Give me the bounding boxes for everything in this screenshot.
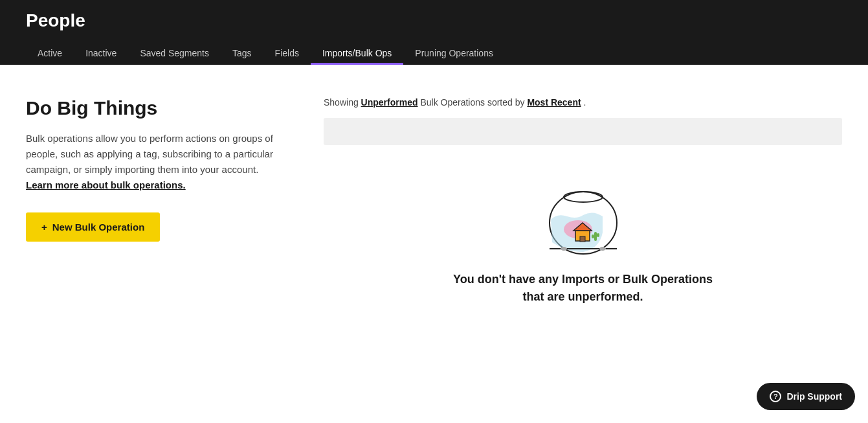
svg-rect-8 xyxy=(597,233,599,237)
nav-tabs: Active Inactive Saved Segments Tags Fiel… xyxy=(26,41,842,65)
showing-text: Showing Unperformed Bulk Operations sort… xyxy=(324,97,842,108)
new-bulk-operation-label: New Bulk Operation xyxy=(52,222,145,233)
header: People Active Inactive Saved Segments Ta… xyxy=(0,0,868,65)
tab-pruning-operations[interactable]: Pruning Operations xyxy=(403,41,505,65)
svg-point-10 xyxy=(561,247,567,251)
showing-sort[interactable]: Most Recent xyxy=(527,97,581,108)
empty-state: You don't have any Imports or Bulk Opera… xyxy=(324,171,842,306)
svg-rect-7 xyxy=(592,234,594,238)
tab-active[interactable]: Active xyxy=(26,41,74,65)
empty-state-line2: that are unperformed. xyxy=(453,288,713,306)
main-content: Do Big Things Bulk operations allow you … xyxy=(0,65,868,423)
tab-saved-segments[interactable]: Saved Segments xyxy=(128,41,221,65)
left-panel-description: Bulk operations allow you to perform act… xyxy=(26,131,285,193)
tab-inactive[interactable]: Inactive xyxy=(74,41,128,65)
showing-prefix: Showing xyxy=(324,97,359,108)
showing-suffix: . xyxy=(584,97,586,108)
showing-mid: Bulk Operations sorted by xyxy=(420,97,524,108)
right-panel: Showing Unperformed Bulk Operations sort… xyxy=(324,97,842,397)
svg-rect-5 xyxy=(580,236,585,242)
learn-more-link[interactable]: Learn more about bulk operations. xyxy=(26,179,186,190)
plus-icon: + xyxy=(41,222,47,233)
svg-point-11 xyxy=(599,247,606,251)
empty-state-line1: You don't have any Imports or Bulk Opera… xyxy=(453,271,713,288)
left-panel: Do Big Things Bulk operations allow you … xyxy=(26,97,285,397)
new-bulk-operation-button[interactable]: + New Bulk Operation xyxy=(26,212,160,242)
drip-support-button[interactable]: ? Drip Support xyxy=(757,383,855,410)
left-panel-heading: Do Big Things xyxy=(26,97,285,119)
filter-bar xyxy=(324,118,842,145)
tab-imports-bulk-ops[interactable]: Imports/Bulk Ops xyxy=(311,41,403,65)
tab-fields[interactable]: Fields xyxy=(263,41,311,65)
svg-rect-6 xyxy=(594,232,597,241)
svg-point-1 xyxy=(564,192,603,202)
empty-state-text: You don't have any Imports or Bulk Opera… xyxy=(453,271,713,306)
nav-tab-list: Active Inactive Saved Segments Tags Fiel… xyxy=(26,41,842,65)
question-circle-icon: ? xyxy=(770,391,781,402)
fishbowl-illustration xyxy=(531,177,635,255)
page-title: People xyxy=(26,10,842,41)
tab-tags[interactable]: Tags xyxy=(221,41,263,65)
support-label: Drip Support xyxy=(786,391,842,402)
showing-filter[interactable]: Unperformed xyxy=(361,97,418,108)
